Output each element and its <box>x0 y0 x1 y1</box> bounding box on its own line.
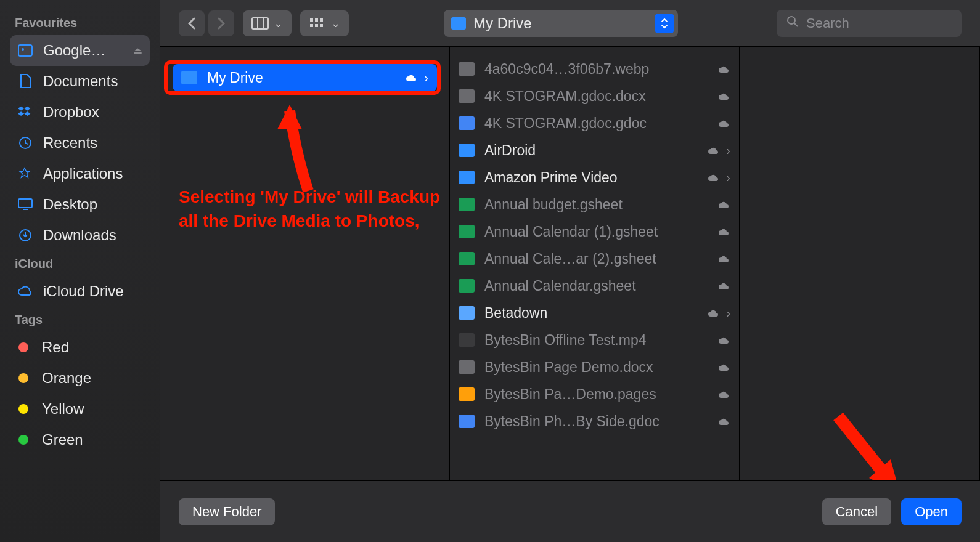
new-folder-button[interactable]: New Folder <box>179 498 275 525</box>
view-columns-button[interactable]: ⌄ <box>243 10 292 36</box>
list-item[interactable]: Betadown› <box>450 299 739 326</box>
sidebar: FavouritesGoogle…⏏DocumentsDropboxRecent… <box>0 0 160 542</box>
nav-forward-button[interactable] <box>208 10 234 36</box>
chevron-right-icon: › <box>726 306 730 320</box>
item-label: BytesBin Offline Test.mp4 <box>484 332 647 349</box>
dropbox-icon <box>16 105 35 119</box>
sidebar-item-google-drive[interactable]: Google…⏏ <box>10 35 150 66</box>
sidebar-item-recents[interactable]: Recents <box>0 127 160 158</box>
chevron-right-icon: › <box>726 144 730 158</box>
doc-icon <box>16 74 35 89</box>
svg-rect-9 <box>310 18 313 22</box>
svg-point-1 <box>22 48 24 51</box>
cloud-icon <box>708 305 720 322</box>
sheet-icon <box>459 279 475 293</box>
sheet-icon <box>459 225 475 238</box>
sidebar-item-applications[interactable]: Applications <box>0 158 160 189</box>
nav-back-button[interactable] <box>179 10 205 36</box>
file-icon <box>459 360 475 374</box>
eject-icon[interactable]: ⏏ <box>133 45 142 57</box>
sidebar-item-tag-orange[interactable]: Orange <box>0 363 160 394</box>
sidebar-item-documents[interactable]: Documents <box>0 66 160 97</box>
item-label: BytesBin Pa…Demo.pages <box>484 386 656 403</box>
list-item[interactable]: AirDroid› <box>450 137 739 164</box>
sidebar-item-downloads[interactable]: Downloads <box>0 220 160 251</box>
list-item[interactable]: Annual Cale…ar (2).gsheet <box>450 245 739 272</box>
item-label: 4a60c9c04…3f06b7.webp <box>484 61 649 78</box>
item-label: 4K STOGRAM.gdoc.docx <box>484 88 646 105</box>
sidebar-item-label: Desktop <box>43 196 97 213</box>
sidebar-item-label: Green <box>42 431 83 448</box>
cloud-icon <box>718 332 730 349</box>
sidebar-item-label: Recents <box>43 134 97 152</box>
path-label: My Drive <box>473 15 532 32</box>
sidebar-item-desktop[interactable]: Desktop <box>0 189 160 220</box>
folder-icon <box>181 71 197 84</box>
sidebar-item-tag-red[interactable]: Red <box>0 332 160 363</box>
search-placeholder: Search <box>806 15 849 31</box>
pages-icon <box>459 387 475 401</box>
cloud-icon <box>708 169 720 186</box>
sidebar-item-label: iCloud Drive <box>43 283 124 300</box>
item-label: AirDroid <box>484 142 536 159</box>
search-icon <box>786 15 799 31</box>
svg-point-15 <box>788 17 795 24</box>
item-label: BytesBin Page Demo.docx <box>484 359 653 376</box>
item-label: Annual Calendar (1).gsheet <box>484 224 658 240</box>
desktop-icon <box>16 198 35 211</box>
svg-line-16 <box>794 23 798 26</box>
path-popup[interactable]: My Drive <box>444 10 678 37</box>
item-label: Betadown <box>484 305 547 322</box>
sidebar-item-dropbox[interactable]: Dropbox <box>0 97 160 127</box>
apps-icon <box>16 167 35 180</box>
grouping-button[interactable]: ⌄ <box>300 10 349 36</box>
cloud-icon <box>16 286 35 297</box>
cloud-icon <box>406 70 418 86</box>
sidebar-item-label: Yellow <box>42 400 84 418</box>
cloud-icon <box>708 142 720 159</box>
tag-dot-icon <box>18 435 28 445</box>
cloud-icon <box>718 251 730 267</box>
list-item[interactable]: Annual Calendar (1).gsheet <box>450 218 739 245</box>
item-label: Annual Calendar.gsheet <box>484 278 636 294</box>
folder-lt-icon <box>459 306 475 320</box>
cloud-icon <box>718 61 730 78</box>
sidebar-item-label: Dropbox <box>43 103 99 121</box>
sidebar-heading: Favourites <box>0 10 160 35</box>
column-3 <box>740 47 980 480</box>
svg-rect-6 <box>252 18 268 29</box>
tag-dot-icon <box>18 342 28 352</box>
svg-rect-14 <box>320 24 323 27</box>
item-label: My Drive <box>207 70 263 86</box>
list-item[interactable]: BytesBin Pa…Demo.pages <box>450 381 739 408</box>
search-input[interactable]: Search <box>777 10 962 37</box>
open-button[interactable]: Open <box>901 498 962 525</box>
list-item[interactable]: 4K STOGRAM.gdoc.gdoc <box>450 110 739 137</box>
list-item[interactable]: Annual budget.gsheet <box>450 191 739 218</box>
list-item[interactable]: BytesBin Page Demo.docx <box>450 354 739 381</box>
sidebar-item-tag-yellow[interactable]: Yellow <box>0 394 160 424</box>
cancel-button[interactable]: Cancel <box>822 498 891 525</box>
svg-rect-10 <box>315 18 318 22</box>
cloud-icon <box>718 88 730 105</box>
list-item[interactable]: BytesBin Ph…By Side.gdoc <box>450 408 739 435</box>
sheet-icon <box>459 252 475 265</box>
sidebar-item-label: Applications <box>43 165 123 182</box>
list-item[interactable]: My Drive› <box>173 64 437 91</box>
sidebar-item-icloud-drive[interactable]: iCloud Drive <box>0 276 160 307</box>
cloud-icon <box>718 413 730 430</box>
folder-icon <box>451 17 466 30</box>
file-icon <box>459 89 475 103</box>
chevron-right-icon: › <box>726 171 730 185</box>
sidebar-item-tag-green[interactable]: Green <box>0 424 160 455</box>
list-item[interactable]: BytesBin Offline Test.mp4 <box>450 326 739 354</box>
list-item[interactable]: 4a60c9c04…3f06b7.webp <box>450 55 739 83</box>
list-item[interactable]: Annual Calendar.gsheet <box>450 272 739 299</box>
list-item[interactable]: 4K STOGRAM.gdoc.docx <box>450 83 739 110</box>
svg-rect-13 <box>315 24 318 27</box>
column-1: My Drive› <box>160 47 450 480</box>
sidebar-item-label: Documents <box>43 73 118 90</box>
tag-dot-icon <box>18 404 28 414</box>
chevron-right-icon: › <box>424 71 428 85</box>
list-item[interactable]: Amazon Prime Video› <box>450 164 739 191</box>
